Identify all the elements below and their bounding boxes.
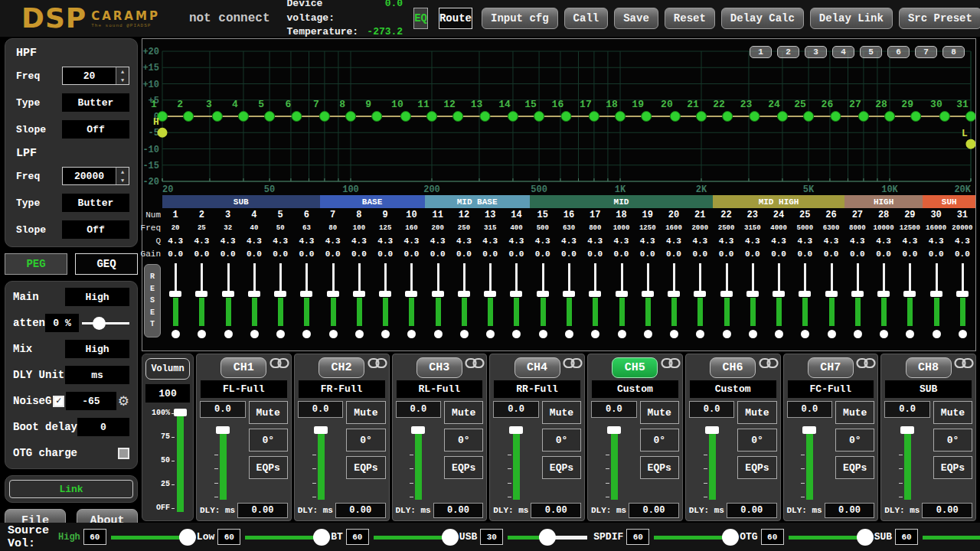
dly-unit-select[interactable]: ms bbox=[65, 366, 129, 384]
band-gain-slider[interactable] bbox=[582, 262, 608, 340]
source-slider-otg[interactable] bbox=[789, 528, 868, 546]
channel-delay-value[interactable]: 0.00 bbox=[922, 503, 972, 518]
source-value-otg[interactable]: 60 bbox=[761, 529, 784, 545]
toolbar-button-save[interactable]: Save bbox=[614, 8, 658, 29]
tab-geq[interactable]: GEQ bbox=[75, 253, 138, 275]
otg-charge-checkbox[interactable] bbox=[118, 448, 129, 459]
channel-gain-value[interactable]: 0.0 bbox=[298, 401, 344, 418]
channel-eqps-button[interactable]: EQPs bbox=[737, 456, 776, 479]
hpf-freq-down-icon[interactable]: ▼ bbox=[116, 76, 129, 84]
channel-mute-button[interactable]: Mute bbox=[737, 401, 776, 424]
eq-band-point[interactable] bbox=[319, 112, 329, 122]
hpf-freq-input[interactable]: 20 ▲ ▼ bbox=[62, 67, 129, 85]
band-slider-handle[interactable] bbox=[903, 291, 916, 297]
channel-level-handle[interactable] bbox=[314, 426, 328, 434]
volume-value[interactable]: 100 bbox=[145, 384, 190, 403]
band-slider-dot[interactable] bbox=[329, 330, 338, 338]
band-slider-handle[interactable] bbox=[563, 291, 575, 297]
channel-level-handle[interactable] bbox=[411, 426, 425, 434]
source-value-usb[interactable]: 30 bbox=[480, 529, 503, 545]
eq-band-point[interactable] bbox=[616, 112, 626, 122]
eq-band-point[interactable] bbox=[212, 112, 222, 122]
channel-select-button-ch7[interactable]: CH7 bbox=[808, 357, 854, 378]
toolbar-button-delay-calc[interactable]: Delay Calc bbox=[721, 8, 804, 29]
channel-select-button-ch3[interactable]: CH3 bbox=[416, 357, 462, 378]
channel-phase-button[interactable]: 0° bbox=[346, 429, 385, 452]
link-channels-icon[interactable] bbox=[856, 357, 876, 370]
eq-band-point[interactable] bbox=[508, 112, 518, 122]
eq-band-point[interactable] bbox=[265, 112, 275, 122]
band-slider-dot[interactable] bbox=[512, 330, 521, 338]
link-channels-icon[interactable] bbox=[270, 357, 289, 370]
band-gain-slider[interactable] bbox=[188, 262, 214, 340]
source-slider-high[interactable] bbox=[111, 528, 191, 546]
band-gain-slider[interactable] bbox=[766, 262, 792, 340]
band-slider-handle[interactable] bbox=[720, 291, 733, 297]
eq-band-point[interactable] bbox=[400, 112, 410, 122]
channel-level-handle[interactable] bbox=[607, 426, 621, 434]
lpf-type-select[interactable]: Butter bbox=[62, 194, 129, 212]
lpf-freq-down-icon[interactable]: ▼ bbox=[116, 176, 129, 184]
channel-mute-button[interactable]: Mute bbox=[835, 401, 874, 424]
eq-channel-button-4[interactable]: 4 bbox=[832, 46, 854, 58]
eq-band-point[interactable] bbox=[184, 112, 194, 122]
band-slider-handle[interactable] bbox=[746, 291, 759, 297]
band-slider-dot[interactable] bbox=[460, 330, 469, 338]
band-gain-slider[interactable] bbox=[215, 262, 241, 340]
eq-band-point[interactable] bbox=[292, 112, 302, 122]
hpf-freq-up-icon[interactable]: ▲ bbox=[116, 67, 129, 76]
main-select[interactable]: High bbox=[65, 288, 129, 306]
source-slider-handle[interactable] bbox=[857, 529, 874, 546]
link-channels-icon[interactable] bbox=[954, 357, 974, 370]
band-slider-dot[interactable] bbox=[670, 330, 678, 338]
channel-phase-button[interactable]: 0° bbox=[933, 429, 972, 452]
eq-channel-button-8[interactable]: 8 bbox=[942, 46, 965, 58]
filter-marker-point[interactable] bbox=[158, 128, 168, 138]
band-slider-dot[interactable] bbox=[696, 330, 704, 338]
toolbar-button-reset[interactable]: Reset bbox=[665, 8, 715, 29]
eq-band-point[interactable] bbox=[804, 112, 814, 122]
channel-eqps-button[interactable]: EQPs bbox=[444, 456, 483, 479]
channel-delay-value[interactable]: 0.00 bbox=[433, 503, 484, 518]
channel-select-button-ch2[interactable]: CH2 bbox=[318, 357, 364, 378]
band-gain-slider[interactable] bbox=[398, 262, 424, 340]
boot-delay-value[interactable]: 0 bbox=[77, 418, 129, 436]
channel-select-button-ch1[interactable]: CH1 bbox=[220, 357, 266, 378]
channel-delay-value[interactable]: 0.00 bbox=[727, 503, 777, 518]
source-slider-handle[interactable] bbox=[442, 529, 459, 546]
band-slider-handle[interactable] bbox=[405, 291, 417, 297]
channel-mute-button[interactable]: Mute bbox=[542, 401, 581, 424]
source-value-low[interactable]: 60 bbox=[217, 529, 240, 545]
eq-channel-button-6[interactable]: 6 bbox=[887, 46, 910, 58]
eq-band-point[interactable] bbox=[642, 112, 652, 122]
channel-eqps-button[interactable]: EQPs bbox=[933, 456, 972, 479]
band-slider-handle[interactable] bbox=[379, 291, 391, 297]
band-slider-handle[interactable] bbox=[877, 291, 890, 297]
channel-gain-value[interactable]: 0.0 bbox=[689, 401, 735, 418]
band-slider-handle[interactable] bbox=[773, 291, 785, 297]
band-gain-slider[interactable] bbox=[792, 262, 818, 340]
source-value-spdif[interactable]: 60 bbox=[626, 529, 649, 545]
band-slider-handle[interactable] bbox=[799, 291, 811, 297]
eq-view-button[interactable]: EQ bbox=[413, 8, 428, 29]
channel-select-button-ch8[interactable]: CH8 bbox=[906, 357, 952, 378]
master-volume-slider[interactable] bbox=[177, 409, 184, 512]
channel-preset-name[interactable]: RL-Full bbox=[397, 380, 483, 398]
channel-eqps-button[interactable]: EQPs bbox=[542, 456, 581, 479]
noiseg-checkbox[interactable]: ✓ bbox=[53, 396, 64, 407]
channel-select-button-ch6[interactable]: CH6 bbox=[710, 357, 756, 378]
band-slider-dot[interactable] bbox=[591, 330, 599, 338]
band-gain-slider[interactable] bbox=[241, 262, 267, 340]
band-slider-handle[interactable] bbox=[825, 291, 838, 297]
band-slider-handle[interactable] bbox=[484, 291, 496, 297]
band-slider-handle[interactable] bbox=[432, 291, 444, 297]
tab-peq[interactable]: PEG bbox=[5, 253, 67, 275]
channel-gain-value[interactable]: 0.0 bbox=[591, 401, 637, 418]
link-channels-icon[interactable] bbox=[563, 357, 583, 370]
source-value-high[interactable]: 60 bbox=[83, 529, 106, 545]
band-slider-dot[interactable] bbox=[775, 330, 783, 338]
eq-band-point[interactable] bbox=[480, 112, 490, 122]
channel-eqps-button[interactable]: EQPs bbox=[835, 456, 874, 479]
channel-mute-button[interactable]: Mute bbox=[640, 401, 679, 424]
channel-preset-name[interactable]: FL-Full bbox=[201, 380, 287, 398]
